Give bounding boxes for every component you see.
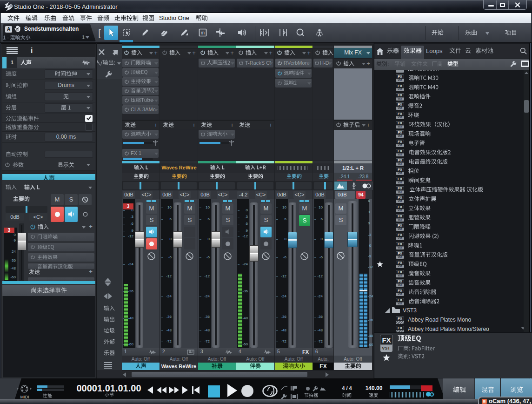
svg-text:m: m [201, 30, 205, 35]
